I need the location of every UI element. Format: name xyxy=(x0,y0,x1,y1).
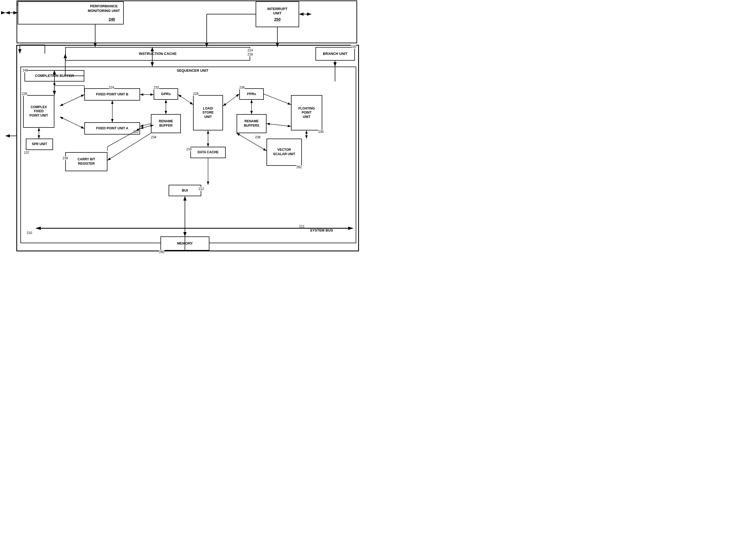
ref-memory: 260 xyxy=(159,250,164,254)
box-fixed-point-a: FIXED POINT UNIT A xyxy=(84,122,140,135)
pmu-ref: 240 xyxy=(109,17,115,22)
interrupt-ref: 250 xyxy=(274,17,280,22)
ref-carry-bit: 239 xyxy=(63,156,68,160)
ref-bui: 212 xyxy=(199,187,204,191)
interrupt-label: INTERRUPTUNIT xyxy=(267,7,287,16)
box-vector-scalar: VECTORSCALAR UNIT xyxy=(267,139,302,166)
ref-fprs: 236 xyxy=(239,86,245,89)
box-floating-point: FLOATINGPOINTUNIT xyxy=(291,95,322,131)
box-bui: BUI xyxy=(168,185,201,196)
box-data-cache: DATA CACHE xyxy=(190,147,226,158)
box-rename-buffer: RENAMEBUFFER xyxy=(151,114,181,133)
ref-data-cache: 216 xyxy=(186,147,192,151)
box-fixed-point-b: FIXED POINT UNIT B xyxy=(84,88,140,100)
ref-218: 218 xyxy=(248,53,253,56)
diagram: PMC1 241 PMC2 242 MMCRO 243 MMCRO 244 PE… xyxy=(0,0,378,276)
box-memory: MEMORY xyxy=(160,236,209,250)
box-branch-unit: BRANCH UNIT xyxy=(316,47,355,61)
box-instruction-cache: INSTRUCTION CACHE xyxy=(65,47,250,61)
box-fprs: FPRs xyxy=(239,88,264,100)
sequencer-label: SEQUENCER UNIT xyxy=(177,69,208,73)
ref-rename-buffers: 238 xyxy=(255,135,261,139)
ref-floating-point: 230 xyxy=(318,130,324,134)
box-completion-buffer: COMPLETION BUFFER xyxy=(24,70,84,82)
ref-vector-scalar: 262 xyxy=(296,165,302,169)
box-spr-unit: SPR UNIT xyxy=(26,139,53,150)
ref-fixed-point-b: 224 xyxy=(109,86,114,89)
ref-rename-buffer: 234 xyxy=(151,135,156,139)
box-pmu: PERFORMANCEMONITORING UNIT 240 xyxy=(18,1,124,24)
ref-complex-fixed: 226 xyxy=(22,92,27,96)
ref-instruction-cache: 214 xyxy=(248,48,253,52)
ref-210: 210 xyxy=(27,231,32,235)
box-carry-bit: CARRY BITREGISTER xyxy=(65,152,108,171)
ref-spr-unit: 237 xyxy=(24,151,29,155)
box-load-store: LOAD/STOREUNIT xyxy=(193,95,223,131)
box-interrupt: INTERRUPTUNIT 250 xyxy=(256,1,299,27)
pmu-label: PERFORMANCEMONITORING UNIT xyxy=(88,4,120,13)
ref-branch-unit: 220 xyxy=(351,45,356,49)
ref-system-bus: 211 xyxy=(299,225,304,228)
box-complex-fixed: COMPLEXFIXEDPOINT UNIT xyxy=(23,95,54,128)
box-rename-buffers: RENAMEBUFFERS xyxy=(236,114,267,133)
ref-fixed-point-a: 222 xyxy=(133,130,139,134)
system-bus-label: SYSTEM BUS xyxy=(310,228,333,232)
ref-completion-buffer: 248 xyxy=(22,69,28,72)
ref-load-store: 228 xyxy=(193,92,199,96)
box-gprs: GPRs xyxy=(154,88,178,100)
ref-gprs: 232 xyxy=(154,86,159,89)
